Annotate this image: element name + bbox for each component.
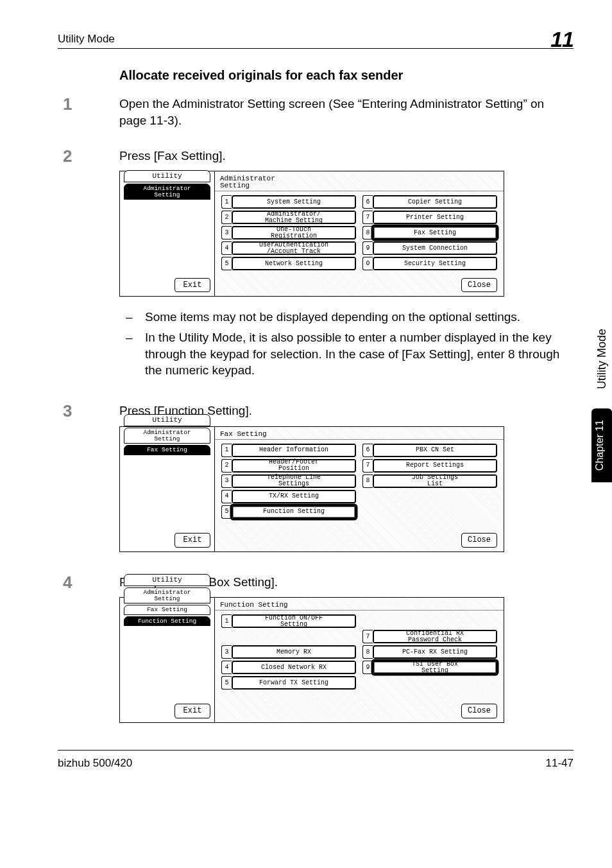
menu-button[interactable]: 8Fax Setting xyxy=(362,226,497,239)
lcd-panel-title: Administrator Setting xyxy=(215,171,504,191)
lcd-screenshot-2: UtilityAdministrator SettingFax Setting … xyxy=(119,426,504,552)
menu-button[interactable]: 1Function ON/OFF Setting xyxy=(221,614,356,628)
menu-button-number: 1 xyxy=(221,444,232,457)
menu-button-label: PBX CN Set xyxy=(373,444,497,457)
menu-button-label: Job Settings List xyxy=(373,474,497,488)
footer-page-number: 11-47 xyxy=(546,757,574,770)
close-button[interactable]: Close xyxy=(461,278,497,293)
menu-button[interactable]: 6Copier Setting xyxy=(362,195,497,209)
step-number: 4 xyxy=(58,574,119,591)
thumb-index: Utility Mode Chapter 11 xyxy=(591,321,612,552)
menu-button-number: 7 xyxy=(362,630,373,643)
menu-button-number: 1 xyxy=(221,614,232,628)
breadcrumb-tab[interactable]: Administrator Setting xyxy=(124,587,210,603)
menu-button-label: Memory RX xyxy=(232,645,356,659)
menu-button-number: 4 xyxy=(221,241,232,255)
menu-button[interactable]: 4UserAuthentication /Account Track xyxy=(221,241,356,255)
menu-button-label: PC-Fax RX Setting xyxy=(373,645,497,659)
menu-button-number: 8 xyxy=(362,226,373,239)
menu-button-label: Administrator/ Machine Setting xyxy=(232,211,356,224)
exit-button[interactable]: Exit xyxy=(174,533,210,548)
lcd-panel-title: Fax Setting xyxy=(215,427,504,440)
menu-button[interactable]: 5Forward TX Setting xyxy=(221,676,356,690)
step-number: 2 xyxy=(58,148,119,164)
menu-button-label: Printer Setting xyxy=(373,211,497,224)
menu-button[interactable]: 4Closed Network RX xyxy=(221,661,356,674)
breadcrumb-tab[interactable]: Utility xyxy=(124,574,210,586)
menu-button[interactable]: 3One-Touch Registration xyxy=(221,226,356,239)
step-number: 3 xyxy=(58,403,119,419)
menu-button-label: TX/RX Setting xyxy=(232,490,356,503)
menu-button[interactable]: 0Security Setting xyxy=(362,257,497,270)
menu-button-number: 5 xyxy=(221,676,232,690)
lcd-screenshot-3: UtilityAdministrator SettingFax SettingF… xyxy=(119,597,504,723)
step-text: Open the Administrator Setting screen (S… xyxy=(119,96,574,130)
note-item: Some items may not be displayed dependin… xyxy=(119,309,574,326)
chapter-number-badge: 11 xyxy=(550,30,574,49)
menu-button-label: Function Setting xyxy=(232,505,356,519)
menu-button[interactable]: 5Network Setting xyxy=(221,257,356,270)
menu-button-label: Closed Network RX xyxy=(232,661,356,674)
menu-button[interactable]: 2Administrator/ Machine Setting xyxy=(221,211,356,224)
menu-button[interactable]: 1System Setting xyxy=(221,195,356,209)
menu-button-label: Network Setting xyxy=(232,257,356,270)
menu-button-label: UserAuthentication /Account Track xyxy=(232,241,356,255)
lcd-panel-title: Function Setting xyxy=(215,598,504,611)
menu-button[interactable]: 9TSI User Box Setting xyxy=(362,661,497,674)
breadcrumb-tab[interactable]: Utility xyxy=(124,414,210,426)
menu-button-number: 5 xyxy=(221,257,232,270)
menu-button-number: 6 xyxy=(362,195,373,209)
menu-button[interactable]: 7Printer Setting xyxy=(362,211,497,224)
breadcrumb-tab[interactable]: Fax Setting xyxy=(124,605,210,615)
menu-button[interactable]: 3Memory RX xyxy=(221,645,356,659)
menu-button-number: 2 xyxy=(221,211,232,224)
menu-button[interactable]: 4TX/RX Setting xyxy=(221,490,356,503)
menu-button[interactable]: 7Report Settings xyxy=(362,459,497,473)
menu-button-number: 1 xyxy=(221,195,232,209)
footer-product: bizhub 500/420 xyxy=(58,757,132,770)
menu-button[interactable]: 1Header Information xyxy=(221,444,356,457)
exit-button[interactable]: Exit xyxy=(174,704,210,718)
running-head-title: Utility Mode xyxy=(58,33,115,46)
thumb-chapter: Chapter 11 xyxy=(591,408,612,482)
step-text: Press [Fax Setting]. xyxy=(119,148,574,165)
menu-button-number: 3 xyxy=(221,645,232,659)
breadcrumb-tab[interactable]: Administrator Setting xyxy=(124,428,210,444)
menu-button[interactable]: 6PBX CN Set xyxy=(362,444,497,457)
menu-button-label: One-Touch Registration xyxy=(232,226,356,239)
menu-button-number: 9 xyxy=(362,661,373,674)
lcd-screenshot-1: UtilityAdministrator Setting Exit Admini… xyxy=(119,171,504,297)
menu-button[interactable]: 9System Connection xyxy=(362,241,497,255)
breadcrumb-tab[interactable]: Function Setting xyxy=(124,616,210,627)
breadcrumb-tab[interactable]: Fax Setting xyxy=(124,445,210,455)
menu-button[interactable]: 8Job Settings List xyxy=(362,474,497,488)
exit-button[interactable]: Exit xyxy=(174,278,210,293)
menu-button-label: System Setting xyxy=(232,195,356,209)
menu-button-label: Telephone Line Settings xyxy=(232,474,356,488)
menu-button-number: 2 xyxy=(221,459,232,473)
menu-button-label: System Connection xyxy=(373,241,497,255)
breadcrumb-tab[interactable]: Administrator Setting xyxy=(124,184,210,200)
menu-button[interactable]: 3Telephone Line Settings xyxy=(221,474,356,488)
menu-button-number: 4 xyxy=(221,661,232,674)
menu-button[interactable]: 2Header/Footer Position xyxy=(221,459,356,473)
menu-button-label: Copier Setting xyxy=(373,195,497,209)
menu-button-label: Confidential RX Password Check xyxy=(373,630,497,643)
menu-button-number: 8 xyxy=(362,645,373,659)
menu-button-label: Report Settings xyxy=(373,459,497,473)
menu-button-number: 6 xyxy=(362,444,373,457)
section-title: Allocate received originals for each fax… xyxy=(119,68,574,83)
menu-button-number: 3 xyxy=(221,226,232,239)
menu-button[interactable]: 7Confidential RX Password Check xyxy=(362,630,497,643)
menu-button-label: Security Setting xyxy=(373,257,497,270)
menu-button-number: 7 xyxy=(362,459,373,473)
menu-button-label: Fax Setting xyxy=(373,226,497,239)
menu-button[interactable]: 8PC-Fax RX Setting xyxy=(362,645,497,659)
menu-button-number: 4 xyxy=(221,490,232,503)
breadcrumb-tab[interactable]: Utility xyxy=(124,170,210,182)
close-button[interactable]: Close xyxy=(461,704,497,718)
note-item: In the Utility Mode, it is also possible… xyxy=(119,329,574,379)
menu-button-number: 8 xyxy=(362,474,373,488)
menu-button[interactable]: 5Function Setting xyxy=(221,505,356,519)
close-button[interactable]: Close xyxy=(461,533,497,548)
